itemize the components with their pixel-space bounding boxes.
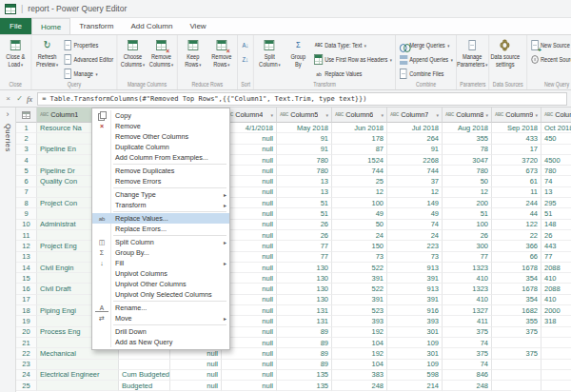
cell[interactable] (492, 370, 541, 381)
cell[interactable]: 51 (541, 208, 571, 219)
cell[interactable]: 354 (492, 273, 541, 284)
cell[interactable]: 248 (443, 381, 492, 391)
data-type-text-button[interactable]: ABCData Type: Text▾ (313, 39, 394, 51)
cell[interactable]: 598 (387, 370, 443, 381)
cell[interactable]: 26 (277, 220, 332, 230)
cell[interactable] (541, 360, 571, 370)
menu-item-remove-errors[interactable]: Remove Errors (92, 176, 229, 186)
formula-input[interactable]: = Table.TransformColumns(#"Removed Top R… (37, 92, 567, 106)
row-number[interactable]: 9 (16, 208, 37, 219)
cell[interactable]: 2088 (541, 263, 571, 273)
close-load-button[interactable]: Close &Load▾ (2, 36, 30, 80)
menu-item-replace-errors[interactable]: Replace Errors... (92, 224, 229, 234)
cell[interactable]: 443 (541, 241, 571, 251)
cell[interactable]: 375 (443, 348, 492, 359)
cell[interactable] (492, 381, 541, 391)
menu-item-add-column-from-examples[interactable]: Add Column From Examples... (92, 152, 229, 163)
cell[interactable] (492, 360, 541, 370)
cell[interactable]: 135 (277, 370, 332, 381)
cell[interactable]: 74 (443, 360, 492, 370)
cell[interactable]: 26 (443, 230, 492, 241)
cell[interactable]: 100 (443, 220, 492, 230)
row-number[interactable]: 16 (16, 284, 37, 294)
cell[interactable]: 26 (277, 230, 332, 241)
cell[interactable]: 77 (443, 252, 492, 263)
cell[interactable]: 66 (492, 252, 541, 263)
cell[interactable] (541, 370, 571, 381)
column-header-column8[interactable]: ABCColumn8▾ (443, 108, 492, 123)
row-number[interactable]: 6 (16, 176, 37, 186)
cell[interactable]: 50 (443, 176, 492, 186)
row-number[interactable]: 5 (16, 166, 37, 176)
cell[interactable]: 148 (541, 220, 571, 230)
row-number[interactable]: 18 (16, 305, 37, 316)
cell[interactable]: 673 (492, 166, 541, 176)
row-number[interactable]: 15 (16, 273, 37, 284)
sort-za-button[interactable]: Z↓ (240, 53, 251, 66)
cell[interactable]: 916 (387, 305, 443, 316)
cell[interactable] (492, 338, 541, 348)
cell[interactable]: 130 (277, 273, 332, 284)
cell[interactable]: 410 (541, 295, 571, 305)
append-queries-button[interactable]: Append Queries▾ (398, 53, 455, 66)
cell[interactable]: 26 (541, 230, 571, 241)
new-source-button[interactable]: New Source▾ (528, 39, 571, 51)
menu-item-rename[interactable]: ARename... (92, 303, 229, 313)
data-source-settings-button[interactable]: Data sourcesettings (491, 36, 519, 80)
cell[interactable]: 780 (541, 166, 571, 176)
cell[interactable]: 13 (541, 187, 571, 198)
cell[interactable]: 846 (443, 370, 492, 381)
row-number[interactable]: 17 (16, 295, 37, 305)
cell[interactable]: 13 (277, 187, 332, 198)
cell[interactable]: 318 (541, 316, 571, 326)
cell[interactable]: 50 (332, 220, 387, 230)
filter-dropdown-icon[interactable]: ▾ (268, 112, 273, 118)
cell[interactable]: 1323 (443, 263, 492, 273)
cell[interactable]: 410 (443, 295, 492, 305)
use-first-row-as-headers-button[interactable]: Use First Row as Headers▾ (313, 53, 394, 66)
menu-item-add-as-new-query[interactable]: Add as New Query (92, 337, 229, 347)
row-number[interactable]: 24 (16, 370, 37, 381)
cell[interactable]: 77 (277, 241, 332, 251)
cell[interactable]: 433 (492, 133, 541, 144)
cell[interactable]: Jul 2018 (387, 123, 443, 133)
cell[interactable]: 51 (443, 208, 492, 219)
cell[interactable]: 89 (277, 360, 332, 370)
column-header-column10[interactable]: ABCColumn10▾ (541, 108, 571, 123)
manage-parameters-button[interactable]: ManageParameters▾ (459, 36, 486, 80)
cell[interactable]: 61 (492, 176, 541, 186)
cell[interactable]: Oct 2018 (541, 123, 571, 133)
cell[interactable]: 913 (387, 263, 443, 273)
group-by-button[interactable]: ΣGroupBy (285, 36, 312, 80)
cell[interactable]: 122 (492, 220, 541, 230)
cell[interactable]: 522 (332, 263, 387, 273)
cell[interactable]: 1678 (492, 284, 541, 294)
row-number[interactable]: 1 (16, 123, 37, 133)
cell[interactable]: 200 (443, 198, 492, 208)
cell[interactable]: 130 (277, 284, 332, 294)
cell[interactable]: 264 (387, 133, 443, 144)
cell[interactable]: 135 (277, 381, 332, 391)
cell[interactable]: 301 (387, 348, 443, 359)
cell[interactable]: 355 (443, 133, 492, 144)
refresh-preview-button[interactable]: ↻RefreshPreview▾ (33, 36, 61, 80)
row-number[interactable]: 20 (16, 327, 37, 338)
cell[interactable]: 2088 (541, 284, 571, 294)
cell[interactable]: 1327 (443, 305, 492, 316)
cell[interactable]: 87 (332, 145, 387, 155)
manage-button[interactable]: Manage▾ (62, 68, 115, 80)
menu-item-copy[interactable]: Copy (92, 110, 229, 121)
cell[interactable]: 149 (387, 198, 443, 208)
tab-add-column[interactable]: Add Column (122, 18, 181, 34)
cell[interactable]: 44 (492, 208, 541, 219)
filter-dropdown-icon[interactable]: ▾ (379, 112, 384, 118)
split-column-button[interactable]: SplitColumn▾ (256, 36, 284, 80)
sort-az-button[interactable]: A↓ (240, 39, 251, 51)
cell[interactable]: null (222, 360, 277, 370)
menu-item-change-type[interactable]: Change Type▸ (92, 189, 229, 200)
choose-columns-button[interactable]: ChooseColumns▾ (119, 36, 147, 80)
row-number[interactable]: 21 (16, 338, 37, 348)
column-header-column7[interactable]: ABCColumn7▾ (387, 108, 443, 123)
cell[interactable]: 780 (443, 166, 492, 176)
cell[interactable]: 89 (277, 348, 332, 359)
